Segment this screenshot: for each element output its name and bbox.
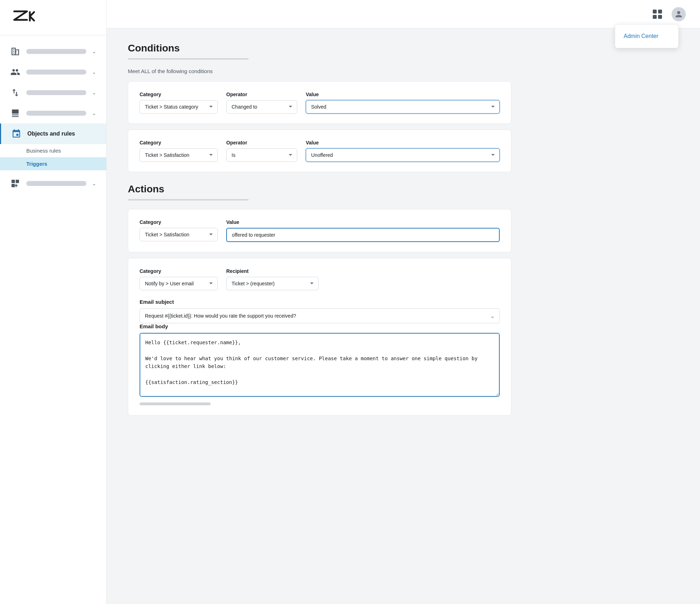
condition-row-1: Category Ticket > Status category Operat… xyxy=(128,81,511,124)
chevron-down-icon: ⌄ xyxy=(92,90,96,95)
condition-row-2: Category Ticket > Satisfaction Operator … xyxy=(128,130,511,172)
action-2-recipient-label: Recipient xyxy=(226,268,319,274)
action-1-category-label: Category xyxy=(140,219,218,225)
sidebar: ⌄ ⌄ ⌄ ⌄ xyxy=(0,0,107,604)
action-row-1-fields: Category Ticket > Satisfaction Value xyxy=(140,219,500,242)
sidebar-item-objects-rules-label: Objects and rules xyxy=(27,131,75,137)
action-row-2: Category Notify by > User email Recipien… xyxy=(128,258,511,416)
chevron-down-icon: ⌄ xyxy=(92,110,96,116)
buildings-icon xyxy=(10,46,21,57)
action-row-1: Category Ticket > Satisfaction Value xyxy=(128,209,511,252)
condition-2-value-group: Value Unoffered xyxy=(306,140,500,162)
action-row-2-fields: Category Notify by > User email Recipien… xyxy=(140,268,500,290)
condition-2-category-select[interactable]: Ticket > Satisfaction xyxy=(140,148,218,162)
email-body-textarea[interactable]: Hello {{ticket.requester.name}}, We'd lo… xyxy=(140,333,500,397)
sidebar-item-buildings-label xyxy=(26,49,86,54)
main-content: Admin Center Conditions Meet ALL of the … xyxy=(107,0,700,604)
conditions-progress-bar xyxy=(128,58,249,60)
sidebar-item-arrows-label xyxy=(26,90,86,95)
email-subject-input[interactable] xyxy=(140,308,500,323)
action-1-value-group: Value xyxy=(226,219,500,242)
actions-progress-bar xyxy=(128,199,249,201)
sidebar-item-people[interactable]: ⌄ xyxy=(0,62,106,82)
condition-1-value-select[interactable]: Solved xyxy=(306,100,500,114)
chevron-down-icon: ⌄ xyxy=(92,69,96,75)
action-1-value-label: Value xyxy=(226,219,500,225)
condition-1-category-select[interactable]: Ticket > Status category xyxy=(140,100,218,114)
condition-1-operator-select[interactable]: Changed to xyxy=(226,100,297,114)
apps-grid-icon xyxy=(653,10,662,19)
condition-2-operator-label: Operator xyxy=(226,140,297,145)
condition-1-operator-label: Operator xyxy=(226,92,297,97)
monitor-icon xyxy=(10,108,21,119)
objects-rules-icon xyxy=(11,128,22,139)
conditions-description: Meet ALL of the following conditions xyxy=(128,68,511,74)
email-body-label: Email body xyxy=(140,323,500,329)
condition-row-2-fields: Category Ticket > Satisfaction Operator … xyxy=(140,140,500,162)
action-2-category-group: Category Notify by > User email xyxy=(140,268,218,290)
chevron-down-icon: ⌄ xyxy=(92,49,96,54)
condition-2-operator-select[interactable]: Is xyxy=(226,148,297,162)
sidebar-navigation: ⌄ ⌄ ⌄ ⌄ xyxy=(0,35,106,604)
scrollbar-indicator xyxy=(140,402,211,405)
sidebar-item-last[interactable]: ⌄ xyxy=(0,173,106,194)
zendesk-logo xyxy=(11,9,37,27)
sidebar-item-buildings[interactable]: ⌄ xyxy=(0,41,106,62)
action-2-recipient-select[interactable]: Ticket > (requester) xyxy=(226,277,319,290)
action-2-category-select[interactable]: Notify by > User email xyxy=(140,277,218,290)
condition-2-value-select[interactable]: Unoffered xyxy=(306,148,500,162)
action-1-value-input[interactable] xyxy=(226,228,500,242)
condition-1-category-group: Category Ticket > Status category xyxy=(140,92,218,114)
sidebar-item-people-label xyxy=(26,70,86,75)
sidebar-item-objects-rules[interactable]: Objects and rules xyxy=(0,123,106,144)
user-avatar-button[interactable] xyxy=(672,7,686,21)
sidebar-sub-item-triggers[interactable]: Triggers xyxy=(0,157,106,170)
email-subject-wrapper: ⌄ xyxy=(140,308,500,323)
condition-1-value-group: Value Solved xyxy=(306,92,500,114)
user-icon xyxy=(675,10,683,18)
admin-center-dropdown: Admin Center xyxy=(615,24,679,48)
apps-menu-button[interactable] xyxy=(650,7,664,21)
action-2-category-label: Category xyxy=(140,268,218,274)
people-icon xyxy=(10,67,21,77)
grid-plus-icon xyxy=(10,178,21,189)
condition-2-category-group: Category Ticket > Satisfaction xyxy=(140,140,218,162)
action-1-category-select[interactable]: Ticket > Satisfaction xyxy=(140,228,218,241)
condition-1-operator-group: Operator Changed to xyxy=(226,92,297,114)
condition-2-value-label: Value xyxy=(306,140,500,145)
logo-area xyxy=(0,0,106,35)
sidebar-sub-item-business-rules[interactable]: Business rules xyxy=(0,144,106,157)
sidebar-item-arrows[interactable]: ⌄ xyxy=(0,82,106,103)
condition-2-operator-group: Operator Is xyxy=(226,140,297,162)
action-2-recipient-group: Recipient Ticket > (requester) xyxy=(226,268,319,290)
conditions-title: Conditions xyxy=(128,43,511,54)
actions-title: Actions xyxy=(128,183,511,195)
topbar: Admin Center xyxy=(107,0,700,28)
chevron-down-icon: ⌄ xyxy=(92,181,96,186)
condition-1-category-label: Category xyxy=(140,92,218,97)
condition-1-value-label: Value xyxy=(306,92,500,97)
email-body-field: Email body Hello {{ticket.requester.name… xyxy=(140,323,500,398)
email-subject-label: Email subject xyxy=(140,299,500,305)
sidebar-item-monitor-label xyxy=(26,111,86,116)
sidebar-item-last-label xyxy=(26,181,86,186)
sidebar-item-monitor[interactable]: ⌄ xyxy=(0,103,106,123)
condition-2-category-label: Category xyxy=(140,140,218,145)
action-1-category-group: Category Ticket > Satisfaction xyxy=(140,219,218,241)
email-subject-field: Email subject ⌄ xyxy=(140,299,500,323)
condition-row-1-fields: Category Ticket > Status category Operat… xyxy=(140,92,500,114)
admin-center-link[interactable]: Admin Center xyxy=(615,29,678,44)
arrows-icon xyxy=(10,87,21,98)
page-content: Conditions Meet ALL of the following con… xyxy=(107,28,533,435)
